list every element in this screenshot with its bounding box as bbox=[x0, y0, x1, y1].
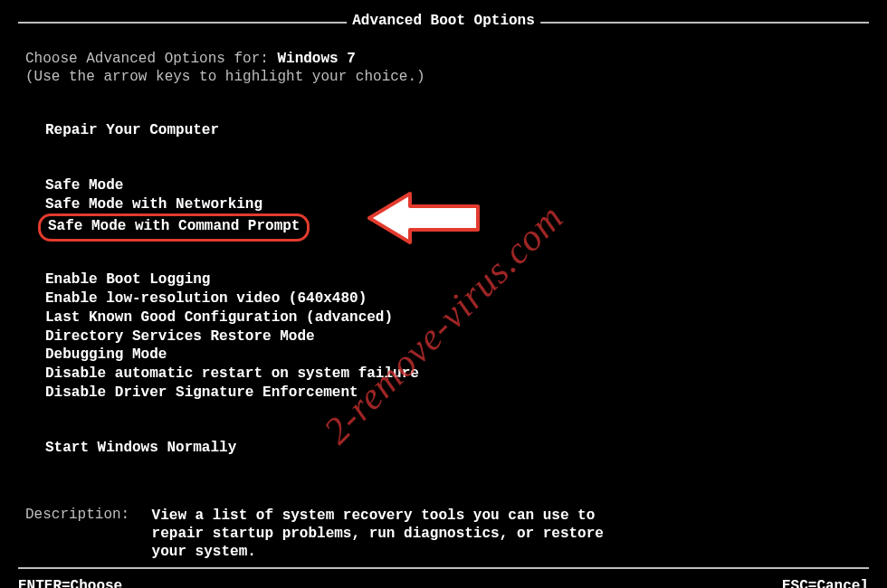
menu-disable-auto-restart[interactable]: Disable automatic restart on system fail… bbox=[25, 365, 862, 384]
group-normal: Start Windows Normally bbox=[25, 439, 862, 458]
group-safe-mode: Safe Mode Safe Mode with Networking Safe… bbox=[25, 176, 862, 242]
menu-repair-your-computer[interactable]: Repair Your Computer bbox=[25, 121, 862, 140]
callout-arrow-icon bbox=[360, 186, 487, 250]
group-repair: Repair Your Computer bbox=[25, 121, 862, 140]
menu-low-res-video[interactable]: Enable low-resolution video (640x480) bbox=[25, 289, 862, 308]
intro-hint: (Use the arrow keys to highlight your ch… bbox=[25, 69, 862, 85]
group-advanced: Enable Boot Logging Enable low-resolutio… bbox=[25, 270, 862, 403]
highlighted-row: Safe Mode with Command Prompt bbox=[25, 213, 862, 242]
description-text: View a list of system recovery tools you… bbox=[152, 507, 641, 561]
boot-options-frame: Advanced Boot Options Choose Advanced Op… bbox=[18, 22, 869, 569]
description-label: Description: bbox=[25, 507, 143, 523]
os-name: Windows 7 bbox=[277, 51, 355, 67]
menu-enable-boot-logging[interactable]: Enable Boot Logging bbox=[25, 270, 862, 289]
content-area: Choose Advanced Options for: Windows 7 (… bbox=[18, 24, 869, 567]
intro-prefix: Choose Advanced Options for: bbox=[25, 51, 277, 67]
menu-last-known-good[interactable]: Last Known Good Configuration (advanced) bbox=[25, 308, 862, 327]
menu-safe-mode-command-prompt[interactable]: Safe Mode with Command Prompt bbox=[38, 213, 310, 242]
menu-directory-services-restore[interactable]: Directory Services Restore Mode bbox=[25, 327, 862, 346]
menu-debugging-mode[interactable]: Debugging Mode bbox=[25, 346, 862, 365]
intro-line: Choose Advanced Options for: Windows 7 bbox=[25, 51, 862, 67]
description-block: Description: View a list of system recov… bbox=[25, 507, 862, 561]
footer-enter: ENTER=Choose bbox=[18, 578, 128, 588]
footer-esc: ESC=Cancel bbox=[777, 578, 869, 588]
menu-disable-driver-sig[interactable]: Disable Driver Signature Enforcement bbox=[25, 384, 862, 403]
menu-start-normally[interactable]: Start Windows Normally bbox=[25, 439, 862, 458]
